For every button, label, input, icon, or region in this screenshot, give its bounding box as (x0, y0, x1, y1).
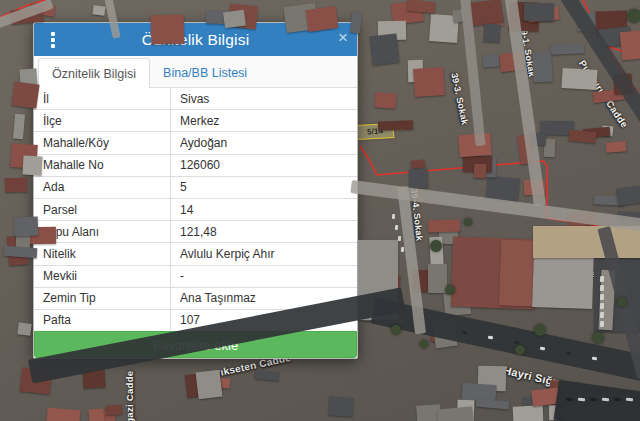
row-label: Ada (34, 177, 171, 198)
table-row: Parsel 14 (34, 199, 357, 221)
table-row: İlçe Merkez (34, 110, 357, 132)
street-label: Battalgazi Cadde (124, 371, 135, 421)
row-value: Sivas (171, 88, 357, 109)
dialog-title: Öznitelik Bilgisi (34, 31, 357, 49)
close-icon[interactable]: × (338, 29, 348, 46)
row-value: - (171, 266, 357, 287)
row-label: Mahalle/Köy (34, 132, 171, 153)
screenshot-root: 5/14 39-1. Sokak 39-3. Sokak 39-4. Sokak… (0, 0, 640, 421)
row-value: 126060 (171, 155, 357, 176)
tab-bina-bb-listesi[interactable]: Bina/BB Listesi (150, 58, 260, 87)
table-row: Mevkii - (34, 266, 357, 288)
tab-bar: Öznitelik Bilgisi Bina/BB Listesi (34, 56, 357, 88)
row-value: 121,48 (171, 221, 357, 242)
table-row: Nitelik Avlulu Kerpiç Ahır (34, 243, 357, 265)
row-label: Mahalle No (34, 155, 171, 176)
table-row: Ada 5 (34, 177, 357, 199)
row-label: İlçe (34, 110, 171, 131)
table-row: Mahalle/Köy Aydoğan (34, 132, 357, 154)
row-value: Aydoğan (171, 132, 357, 153)
row-label: Mevkii (34, 266, 171, 287)
table-row: Tapu Alanı 121,48 (34, 221, 357, 243)
row-label: Parsel (34, 199, 171, 220)
row-value: 5 (171, 177, 357, 198)
row-value: 14 (171, 199, 357, 220)
row-label: İl (34, 88, 171, 109)
table-row: İl Sivas (34, 88, 357, 110)
row-label: Pafta (34, 310, 171, 331)
row-value: Avlulu Kerpiç Ahır (171, 243, 357, 264)
row-label: Zemin Tip (34, 288, 171, 309)
row-label: Nitelik (34, 243, 171, 264)
table-row: Mahalle No 126060 (34, 155, 357, 177)
attribute-table: İl Sivas İlçe Merkez Mahalle/Köy Aydoğan… (34, 88, 357, 331)
tab-oznitelik-bilgisi[interactable]: Öznitelik Bilgisi (38, 58, 150, 88)
row-value: Merkez (171, 110, 357, 131)
